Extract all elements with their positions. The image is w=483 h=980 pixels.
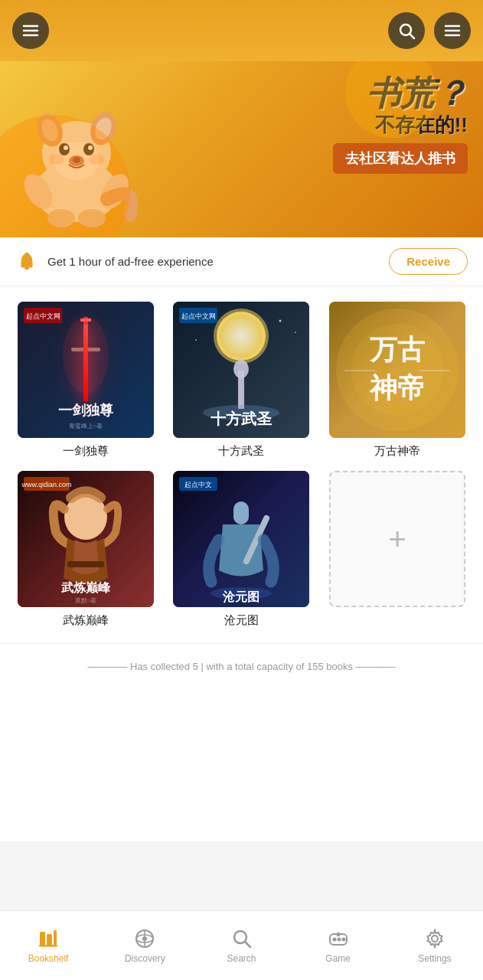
book-title: 万古神帝 <box>374 444 420 459</box>
svg-point-43 <box>195 339 197 341</box>
book-title: 十方武圣 <box>218 444 264 459</box>
svg-line-82 <box>245 942 250 947</box>
svg-text:www.qidian.com: www.qidian.com <box>21 481 71 488</box>
adfree-text: Get 1 hour of ad-free experience <box>47 255 214 268</box>
receive-button[interactable]: Receive <box>389 248 468 275</box>
collection-text: ———— Has collected 5 | with a total capa… <box>87 661 395 672</box>
banner-cta[interactable]: 去社区看达人推书 <box>333 143 468 174</box>
book-cover-3: 万古 神帝 <box>329 302 465 438</box>
book-cover-5: 沧元图 起点中文 <box>173 471 309 607</box>
top-bar <box>0 0 483 61</box>
svg-point-85 <box>337 938 341 942</box>
adfree-left: Get 1 hour of ad-free experience <box>15 250 214 273</box>
book-item[interactable]: 十方武圣 起点中文网 十方武圣 <box>168 302 315 459</box>
svg-text:武炼巅峰: 武炼巅峰 <box>61 581 111 594</box>
svg-rect-76 <box>39 945 57 947</box>
nav-label-discovery: Discovery <box>125 953 165 964</box>
svg-rect-67 <box>233 501 249 524</box>
svg-rect-61 <box>67 561 104 567</box>
top-bar-right <box>388 12 471 49</box>
svg-point-28 <box>25 253 28 256</box>
hamburger-icon <box>443 21 462 40</box>
svg-rect-74 <box>47 934 52 946</box>
svg-rect-87 <box>337 933 340 936</box>
svg-text:十方武圣: 十方武圣 <box>210 410 273 427</box>
search-button[interactable] <box>388 12 425 49</box>
svg-point-86 <box>341 938 345 942</box>
nav-item-game[interactable]: Game <box>290 921 387 970</box>
nav-label-game: Game <box>325 953 351 964</box>
svg-point-42 <box>295 332 296 333</box>
book-item[interactable]: 武炼巅峰 莫默○著 www.qidian.com 武炼巅峰 <box>12 471 159 628</box>
svg-rect-30 <box>83 317 88 394</box>
book-item[interactable]: 万古 神帝 万古神帝 <box>324 302 471 459</box>
svg-text:青鸾峰上○著: 青鸾峰上○著 <box>68 423 103 430</box>
nav-item-bookshelf[interactable]: Bookshelf <box>0 921 96 970</box>
book-cover-4: 武炼巅峰 莫默○著 www.qidian.com <box>18 471 154 607</box>
adfree-bar: Get 1 hour of ad-free experience Receive <box>0 237 483 286</box>
svg-point-41 <box>279 320 282 322</box>
svg-line-4 <box>410 34 415 39</box>
add-book-icon: + <box>388 522 406 557</box>
book-cover-placeholder[interactable]: + <box>329 471 465 607</box>
book-item-add[interactable]: + <box>324 471 471 628</box>
svg-text:莫默○著: 莫默○著 <box>74 597 96 604</box>
promo-banner[interactable]: 书荒？ 不存在的!! 去社区看达人推书 <box>0 61 483 237</box>
nav-label-bookshelf: Bookshelf <box>28 953 69 964</box>
search-icon <box>397 21 416 40</box>
svg-text:一剑独尊: 一剑独尊 <box>58 402 114 418</box>
book-title: 沧元图 <box>224 613 259 628</box>
svg-text:起点中文网: 起点中文网 <box>181 312 216 320</box>
svg-point-88 <box>432 936 438 942</box>
book-item[interactable]: 一剑独尊 青鸾峰上○著 起点中文网 一剑独尊 <box>12 302 159 459</box>
nav-label-settings: Settings <box>418 953 451 964</box>
svg-text:起点中文: 起点中文 <box>184 481 212 488</box>
svg-rect-27 <box>24 267 29 270</box>
svg-point-47 <box>233 360 249 378</box>
menu-icon <box>21 21 40 40</box>
nav-item-search[interactable]: Search <box>193 921 289 970</box>
book-title: 一剑独尊 <box>63 444 109 459</box>
menu-button[interactable] <box>12 12 49 49</box>
bottom-nav: Bookshelf Discovery Search <box>0 910 483 980</box>
svg-rect-75 <box>54 930 57 946</box>
svg-point-33 <box>63 317 109 394</box>
nav-label-search: Search <box>227 953 256 964</box>
game-nav-icon <box>327 927 350 950</box>
book-title: 武炼巅峰 <box>63 613 109 628</box>
collection-info: ———— Has collected 5 | with a total capa… <box>0 643 483 688</box>
discovery-nav-icon <box>133 927 156 950</box>
book-cover-2: 十方武圣 起点中文网 <box>173 302 309 438</box>
nav-item-settings[interactable]: Settings <box>387 921 483 970</box>
book-grid: 一剑独尊 青鸾峰上○著 起点中文网 一剑独尊 <box>0 286 483 643</box>
bookshelf-nav-icon <box>37 927 60 950</box>
svg-text:起点中文网: 起点中文网 <box>25 312 60 320</box>
settings-nav-icon <box>423 927 446 950</box>
svg-text:万古: 万古 <box>369 335 426 365</box>
search-nav-icon <box>230 927 253 950</box>
nav-item-discovery[interactable]: Discovery <box>96 921 193 970</box>
svg-text:神帝: 神帝 <box>369 372 425 403</box>
bell-icon <box>15 250 38 273</box>
book-item[interactable]: 沧元图 起点中文 沧元图 <box>168 471 315 628</box>
svg-point-84 <box>332 938 336 942</box>
svg-rect-73 <box>40 932 45 946</box>
svg-text:沧元图: 沧元图 <box>222 590 259 603</box>
content-spacer <box>0 688 483 841</box>
more-button[interactable] <box>434 12 471 49</box>
book-cover-1: 一剑独尊 青鸾峰上○著 起点中文网 <box>18 302 154 438</box>
